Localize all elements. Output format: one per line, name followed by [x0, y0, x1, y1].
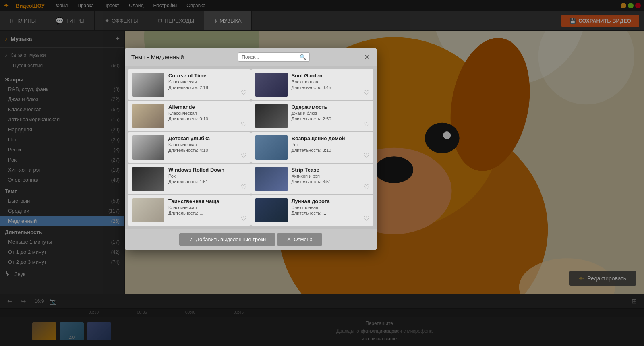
track-title: Возвращение домой — [292, 135, 370, 141]
modal-close-button[interactable]: ✕ — [364, 53, 370, 62]
track-duration: Длительность: 1:51 — [168, 179, 246, 184]
search-box[interactable]: 🔍 — [238, 52, 310, 62]
favorite-icon[interactable]: ♡ — [241, 152, 246, 160]
track-title: Course of Time — [168, 73, 246, 79]
music-card[interactable]: Возвращение домой Рок Длительность: 3:10… — [251, 132, 374, 163]
track-genre: Рок — [292, 142, 370, 147]
track-title: Лунная дорога — [292, 198, 370, 204]
track-title: Таинственная чаща — [168, 198, 246, 204]
track-thumbnail — [255, 135, 288, 160]
track-info: Лунная дорога Электронная Длительность: … — [292, 198, 370, 215]
track-duration: Длительность: 2:18 — [168, 85, 246, 90]
add-tracks-label: Добавить выделенные треки — [196, 236, 266, 242]
music-catalog-modal: Темп - Медленный 🔍 ✕ Course of Time Клас… — [125, 48, 377, 250]
track-genre: Классическая — [168, 111, 246, 116]
track-title: Strip Tease — [292, 167, 370, 173]
modal-body: Course of Time Классическая Длительность… — [125, 66, 377, 229]
track-thumbnail — [255, 104, 288, 128]
track-info: Strip Tease Хип-хоп и рэп Длительность: … — [292, 167, 370, 184]
track-thumbnail — [132, 135, 164, 160]
track-title: Детская улыбка — [168, 135, 246, 141]
track-duration: Длительность: 4:10 — [168, 148, 246, 153]
track-title: Windows Rolled Down — [168, 167, 246, 173]
add-tracks-button[interactable]: ✓ Добавить выделенные треки — [179, 233, 275, 246]
favorite-icon[interactable]: ♡ — [364, 152, 369, 160]
favorite-icon[interactable]: ♡ — [241, 183, 246, 191]
track-genre: Рок — [168, 174, 246, 178]
cancel-icon: ✕ — [287, 236, 291, 242]
favorite-icon[interactable]: ♡ — [364, 183, 369, 191]
cancel-button[interactable]: ✕ Отмена — [277, 233, 322, 246]
track-thumbnail — [132, 73, 164, 97]
track-info: Soul Garden Электронная Длительность: 3:… — [292, 73, 370, 90]
track-duration: Длительность: ... — [292, 211, 370, 215]
track-thumbnail — [255, 73, 288, 97]
track-thumbnail — [255, 198, 288, 222]
favorite-icon[interactable]: ♡ — [241, 89, 246, 97]
track-duration: Длительность: 2:50 — [292, 116, 370, 121]
music-card[interactable]: Allemande Классическая Длительность: 0:1… — [128, 101, 251, 131]
music-card[interactable]: Course of Time Классическая Длительность… — [128, 69, 251, 100]
music-card[interactable]: Windows Rolled Down Рок Длительность: 1:… — [128, 164, 251, 194]
music-card[interactable]: Детская улыбка Классическая Длительность… — [128, 132, 251, 163]
track-duration: Длительность: 3:51 — [292, 179, 370, 184]
track-genre: Электронная — [292, 79, 370, 84]
track-thumbnail — [255, 167, 288, 191]
track-genre: Хип-хоп и рэп — [292, 174, 370, 178]
track-thumbnail — [132, 198, 164, 222]
cancel-label: Отмена — [294, 236, 313, 242]
music-card[interactable]: Таинственная чаща Классическая Длительно… — [128, 195, 251, 226]
music-grid: Course of Time Классическая Длительность… — [125, 66, 377, 229]
music-card[interactable]: Strip Tease Хип-хоп и рэп Длительность: … — [251, 164, 374, 194]
favorite-icon[interactable]: ♡ — [364, 89, 369, 97]
track-genre: Джаз и блюз — [292, 111, 370, 116]
modal-overlay: Темп - Медленный 🔍 ✕ Course of Time Клас… — [0, 0, 644, 346]
checkmark-icon: ✓ — [189, 236, 193, 242]
track-duration: Длительность: 3:10 — [292, 148, 370, 153]
modal-footer: ✓ Добавить выделенные треки ✕ Отмена — [125, 229, 377, 250]
track-thumbnail — [132, 167, 164, 191]
track-genre: Классическая — [168, 142, 246, 147]
track-info: Возвращение домой Рок Длительность: 3:10 — [292, 135, 370, 153]
favorite-icon[interactable]: ♡ — [364, 215, 369, 222]
modal-header: Темп - Медленный 🔍 ✕ — [125, 48, 377, 66]
track-duration: Длительность: 3:45 — [292, 85, 370, 90]
track-info: Course of Time Классическая Длительность… — [168, 73, 246, 90]
track-title: Allemande — [168, 104, 246, 110]
music-card[interactable]: Одержимость Джаз и блюз Длительность: 2:… — [251, 101, 374, 131]
track-genre: Электронная — [292, 205, 370, 210]
track-title: Soul Garden — [292, 73, 370, 79]
track-duration: Длительность: ... — [168, 211, 246, 215]
search-icon: 🔍 — [300, 54, 306, 60]
track-info: Allemande Классическая Длительность: 0:1… — [168, 104, 246, 121]
favorite-icon[interactable]: ♡ — [364, 120, 369, 128]
track-info: Одержимость Джаз и блюз Длительность: 2:… — [292, 104, 370, 121]
track-info: Таинственная чаща Классическая Длительно… — [168, 198, 246, 215]
music-card[interactable]: Лунная дорога Электронная Длительность: … — [251, 195, 374, 226]
track-genre: Классическая — [168, 205, 246, 210]
track-duration: Длительность: 0:10 — [168, 116, 246, 121]
music-card[interactable]: Soul Garden Электронная Длительность: 3:… — [251, 69, 374, 100]
track-info: Детская улыбка Классическая Длительность… — [168, 135, 246, 153]
track-info: Windows Rolled Down Рок Длительность: 1:… — [168, 167, 246, 184]
modal-title: Темп - Медленный — [131, 54, 184, 60]
search-input[interactable] — [242, 54, 298, 60]
track-thumbnail — [132, 104, 164, 128]
track-genre: Классическая — [168, 79, 246, 84]
favorite-icon[interactable]: ♡ — [241, 215, 246, 222]
favorite-icon[interactable]: ♡ — [241, 120, 246, 128]
track-title: Одержимость — [292, 104, 370, 110]
